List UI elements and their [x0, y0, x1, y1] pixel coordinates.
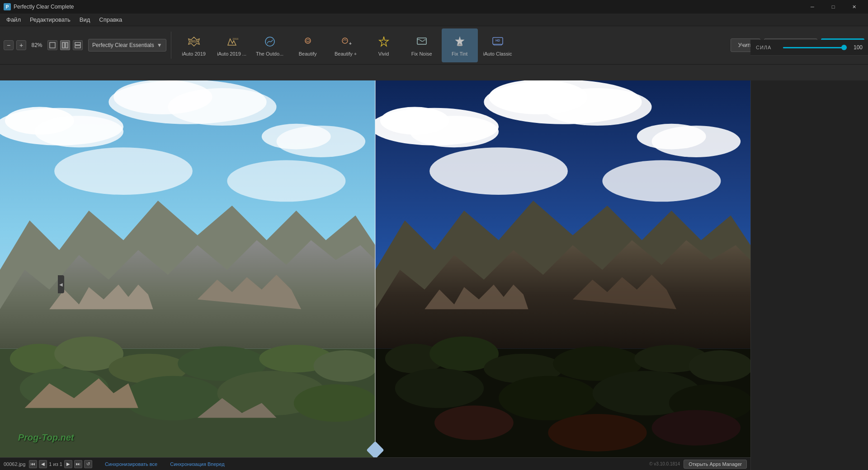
tool-iauto2019-label: iAuto 2019	[182, 51, 206, 57]
toolbar: − + 82% Perfectly Clear Essentials ▼ 201…	[0, 26, 868, 65]
outdoor-icon	[262, 33, 278, 50]
svg-point-24	[54, 147, 193, 195]
svg-point-25	[227, 160, 345, 202]
tool-outdoor-label: The Outdo...	[256, 51, 283, 57]
tool-fixtint-label: Fix Tint	[452, 51, 467, 57]
svg-text:2019: 2019	[232, 38, 238, 40]
svg-point-71	[652, 410, 741, 446]
beautifyplus-icon: +	[338, 33, 354, 50]
fixtint-icon	[452, 33, 468, 50]
nav-refresh-button[interactable]: ↺	[84, 460, 92, 468]
svg-point-21	[168, 88, 276, 126]
svg-point-40	[294, 384, 375, 422]
svg-rect-1	[62, 42, 65, 48]
nav-controls: ⏮ ◀ 1 из 1 ▶ ⏭ ↺	[29, 460, 92, 468]
landscape-svg-right	[375, 80, 750, 470]
menu-edit[interactable]: Редактировать	[25, 14, 75, 25]
svg-point-8	[305, 38, 311, 43]
svg-point-65	[395, 368, 484, 408]
preset-selector[interactable]: Perfectly Clear Essentials ▼	[88, 39, 166, 52]
svg-point-52	[429, 147, 568, 195]
svg-point-69	[434, 405, 514, 440]
beautify-icon	[300, 33, 316, 50]
toolbar-separator-1	[171, 32, 171, 59]
zoom-out-button[interactable]: −	[4, 40, 14, 50]
view-mode-split-v[interactable]	[60, 40, 70, 50]
tool-vivid-label: Vivid	[378, 51, 389, 57]
menu-help[interactable]: Справка	[94, 14, 127, 25]
nav-prev-button[interactable]: ◀	[39, 460, 47, 468]
vivid-icon	[376, 33, 392, 50]
svg-point-66	[499, 376, 597, 420]
maximize-button[interactable]: □	[823, 0, 844, 14]
svg-rect-3	[75, 42, 80, 45]
tool-iauto2019b[interactable]: 2019 iAuto 2019 ...	[214, 28, 250, 62]
svg-rect-0	[50, 42, 55, 48]
tool-iautoclassic-label: iAuto Classic	[483, 51, 512, 57]
tool-vivid[interactable]: Vivid	[366, 28, 402, 62]
preset-name: Perfectly Clear Essentials	[92, 42, 154, 48]
tool-fixnoise[interactable]: Fix Noise	[404, 28, 440, 62]
tool-fixtint[interactable]: Fix Tint	[442, 28, 478, 62]
svg-point-18	[34, 116, 123, 147]
view-mode-split-h[interactable]	[73, 40, 83, 50]
svg-point-64	[689, 350, 750, 382]
minimize-button[interactable]: ─	[802, 0, 823, 14]
menu-file[interactable]: Файл	[2, 14, 25, 25]
iauto2019b-icon: 2019	[224, 33, 240, 50]
preset-dropdown-icon: ▼	[157, 42, 162, 48]
left-panel-toggle[interactable]: ◀	[58, 275, 64, 293]
svg-text:HD: HD	[495, 39, 500, 42]
tool-fixnoise-label: Fix Noise	[411, 51, 432, 57]
nav-first-button[interactable]: ⏮	[29, 460, 37, 468]
view-mode-single[interactable]	[47, 40, 57, 50]
nav-last-button[interactable]: ⏭	[74, 460, 82, 468]
tool-iautoclassic[interactable]: HD iAuto Classic	[480, 28, 516, 62]
sync-forward-button[interactable]: Синхронизация Вперед	[170, 461, 225, 467]
svg-rect-12	[458, 44, 462, 46]
image-original	[0, 80, 375, 470]
strength-label: СИЛА	[756, 45, 778, 50]
toolbar-left: − + 82%	[4, 40, 83, 50]
add-button[interactable]: +	[16, 40, 26, 50]
svg-text:+: +	[349, 41, 352, 46]
split-view	[0, 80, 750, 470]
svg-text:2019: 2019	[190, 39, 198, 43]
svg-point-70	[548, 414, 646, 451]
svg-point-51	[637, 124, 706, 150]
statusbar: 00062.jpg ⏮ ◀ 1 из 1 ▶ ⏭ ↺ Синхронизиров…	[0, 457, 750, 470]
strength-slider-thumb	[841, 45, 847, 50]
tool-beautifyplus[interactable]: + Beautify +	[328, 28, 364, 62]
split-divider	[375, 80, 376, 470]
titlebar: P Perfectly Clear Complete ─ □ ✕	[0, 0, 868, 14]
tool-outdoor[interactable]: The Outdo...	[252, 28, 288, 62]
tool-beautify-label: Beautify	[299, 51, 317, 57]
svg-point-53	[602, 160, 721, 202]
svg-point-49	[543, 88, 651, 126]
strength-slider-fill	[783, 47, 847, 48]
menubar: Файл Редактировать Вид Справка	[0, 14, 868, 26]
image-processed	[375, 80, 750, 470]
svg-point-9	[342, 38, 348, 43]
tool-beautifyplus-label: Beautify +	[335, 51, 357, 57]
landscape-svg-left	[0, 80, 375, 470]
tool-beautify[interactable]: Beautify	[290, 28, 326, 62]
zoom-value: 82%	[29, 42, 45, 48]
tool-iauto2019b-label: iAuto 2019 ...	[217, 51, 246, 57]
iauto2019-icon: 2019	[186, 33, 202, 50]
svg-point-36	[313, 350, 375, 382]
strength-panel: СИЛА 100	[750, 40, 868, 56]
close-button[interactable]: ✕	[844, 0, 864, 14]
main-content: ◀	[0, 80, 868, 470]
canvas-area: Prog-Top.net 00062.jpg ⏮ ◀ 1 из 1 ▶ ⏭ ↺ …	[0, 80, 750, 470]
right-panel	[750, 80, 868, 470]
app-title: Perfectly Clear Complete	[14, 4, 802, 10]
tool-iauto2019[interactable]: 2019 iAuto 2019	[176, 28, 212, 62]
page-info: 1 из 1	[49, 461, 62, 467]
nav-next-button[interactable]: ▶	[64, 460, 72, 468]
strength-slider[interactable]	[783, 47, 847, 48]
menu-view[interactable]: Вид	[75, 14, 95, 25]
sync-all-button[interactable]: Синхронизировать все	[105, 461, 157, 467]
version-info: © v3.10.0.1814	[649, 461, 680, 466]
open-apps-button[interactable]: Открыть Apps Manager	[684, 460, 747, 469]
